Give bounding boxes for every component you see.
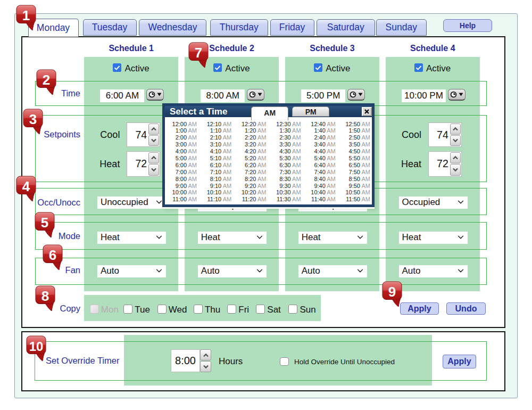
svg-text:10: 10 [29,339,44,353]
svg-text:1: 1 [22,7,30,23]
svg-text:5: 5 [40,214,48,230]
svg-text:9: 9 [388,284,396,300]
svg-text:7: 7 [195,45,202,61]
svg-text:4: 4 [22,178,30,194]
svg-text:2: 2 [42,72,49,88]
svg-text:3: 3 [29,111,37,127]
svg-text:6: 6 [49,247,56,263]
svg-text:8: 8 [41,288,49,304]
